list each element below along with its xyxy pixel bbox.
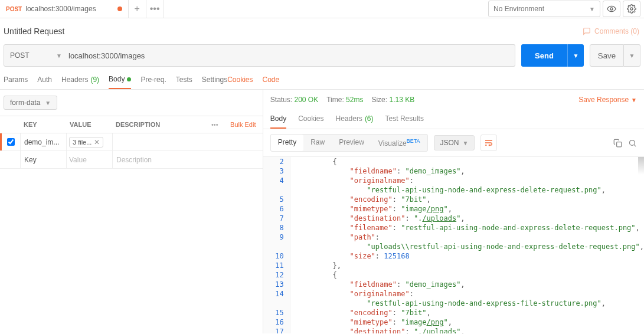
comments-label: Comments (0) [594,27,639,35]
kv-row-key[interactable]: demo_im... [20,133,66,150]
kv-header-value: VALUE [66,121,112,128]
url-input[interactable] [63,44,515,67]
method-select[interactable]: POST ▼ [4,44,68,67]
request-name[interactable]: Untitled Request [4,27,65,36]
bulk-edit-button[interactable]: Bulk Edit [224,121,263,128]
svg-line-4 [634,145,636,146]
svg-point-1 [630,8,633,10]
language-select[interactable]: JSON ▼ [434,135,475,150]
settings-button[interactable] [623,1,640,17]
svg-point-3 [630,140,635,145]
code-link[interactable]: Code [263,75,280,89]
kv-header-description: DESCRIPTION [112,121,206,128]
comment-icon [583,27,591,35]
size-value: 1.13 KB [389,96,414,104]
tab-params[interactable]: Params [4,75,28,89]
unsaved-dot-icon [117,6,122,11]
save-response-button[interactable]: Save Response ▼ [578,96,637,104]
comments-button[interactable]: Comments (0) [583,27,639,35]
tab-body[interactable]: Body [109,75,131,89]
tab-method-badge: POST [6,6,22,12]
kv-options-button[interactable]: ••• [206,121,224,128]
environment-preview-button[interactable] [603,1,620,17]
save-options-button[interactable]: ▼ [624,44,640,67]
status-value: 200 OK [295,96,319,104]
chevron-down-icon: ▼ [463,140,469,146]
format-visualize[interactable]: VisualizeBETA [371,135,427,151]
format-preview[interactable]: Preview [332,135,371,151]
kv-new-description[interactable]: Description [112,151,263,168]
chevron-down-icon: ▼ [573,53,579,59]
tab-tests[interactable]: Tests [176,75,192,89]
tab-headers[interactable]: Headers (9) [61,75,99,89]
chevron-down-icon: ▼ [629,53,635,59]
kv-new-key[interactable]: Key [20,151,66,168]
save-button[interactable]: Save [590,44,624,67]
svg-rect-2 [617,142,622,146]
tab-settings[interactable]: Settings [202,75,227,89]
chevron-down-icon: ▼ [45,100,51,106]
send-button[interactable]: Send [521,44,567,67]
format-group: Pretty Raw Preview VisualizeBETA [270,134,428,152]
remove-file-icon[interactable]: ✕ [94,138,100,146]
environment-select[interactable]: No Environment ▼ [488,1,600,17]
response-tab-headers[interactable]: Headers (6) [336,110,374,129]
search-response-button[interactable] [628,139,637,148]
chevron-down-icon: ▼ [589,6,595,12]
gear-icon [627,4,636,14]
time-value: 52ms [346,96,363,104]
tab-auth[interactable]: Auth [37,75,52,89]
search-icon [628,139,637,148]
kv-header-key: KEY [20,121,66,128]
wrap-icon [484,139,493,147]
response-headers-count: (6) [365,114,374,124]
scrollbar[interactable] [638,157,644,333]
kv-row[interactable]: demo_im... 3 file... ✕ [0,133,263,151]
send-options-button[interactable]: ▼ [567,44,584,67]
tab-prereq[interactable]: Pre-req. [140,75,166,89]
method-value: POST [10,51,30,60]
new-tab-button[interactable]: + [129,0,146,18]
kv-row-new[interactable]: Key Value Description [0,151,263,169]
kv-row-checkbox[interactable] [7,138,15,146]
tab-title: localhost:3000/images [25,5,96,13]
kv-new-value[interactable]: Value [66,151,112,168]
request-tab[interactable]: POST localhost:3000/images [0,0,129,18]
format-raw[interactable]: Raw [303,135,332,151]
chevron-down-icon: ▼ [56,53,62,59]
eye-icon [607,4,616,14]
format-pretty[interactable]: Pretty [271,135,303,151]
kv-row-value[interactable]: 3 file... ✕ [66,133,112,150]
chevron-down-icon: ▼ [631,97,637,103]
copy-response-button[interactable] [613,139,622,148]
copy-icon [613,139,622,148]
headers-count: (9) [90,76,99,84]
environment-label: No Environment [493,5,544,13]
response-body[interactable]: 2 {3 "fieldname": "demo_images",4 "origi… [263,156,644,333]
response-tab-test[interactable]: Test Results [385,110,424,129]
response-tab-cookies[interactable]: Cookies [298,110,323,129]
response-tab-body[interactable]: Body [270,110,286,129]
svg-point-0 [610,8,613,10]
body-type-select[interactable]: form-data ▼ [4,96,57,110]
kv-row-description[interactable] [112,133,263,150]
cookies-link[interactable]: Cookies [227,75,253,89]
wrap-lines-button[interactable] [480,135,497,151]
tab-options-button[interactable]: ••• [146,0,164,18]
body-active-dot-icon [127,77,131,81]
